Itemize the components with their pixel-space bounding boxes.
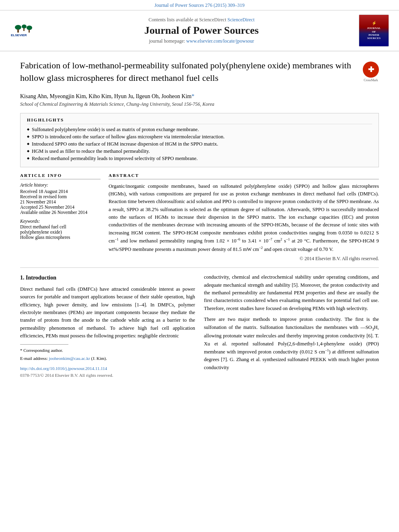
svg-point-1 [15, 25, 21, 30]
sciencedirect-link[interactable]: ScienceDirect [227, 17, 254, 23]
journal-header-center: Contents lists available at ScienceDirec… [48, 17, 355, 44]
svg-point-3 [22, 25, 27, 29]
elsevier-tree-icon: ELSEVIER [10, 24, 42, 37]
highlight-item: HGM is used as filler to reduce the meth… [27, 148, 372, 154]
history-label: Article history: [20, 183, 101, 187]
svg-rect-4 [23, 28, 25, 31]
right-column: conductivity, chemical and electrochemic… [204, 273, 379, 379]
article-info-title: ARTICLE INFO [20, 173, 101, 179]
highlights-section: HIGHLIGHTS Sulfonated poly(phenylene oxi… [20, 113, 379, 167]
keywords-label: Keywords: [20, 219, 101, 224]
homepage-url[interactable]: www.elsevier.com/locate/jpowsour [186, 38, 254, 44]
journal-reference: Journal of Power Sources 276 (2015) 309–… [0, 0, 399, 10]
article-history: Article history: Received 18 August 2014… [20, 183, 101, 215]
journal-homepage: journal homepage: www.elsevier.com/locat… [48, 38, 355, 44]
body-section: 1. Introduction Direct methanol fuel cel… [20, 273, 379, 379]
corresponding-star: * [191, 93, 194, 99]
highlight-item: SPPO is introduced onto the surface of h… [27, 134, 372, 140]
sciencedirect-text: Contents lists available at ScienceDirec… [148, 17, 226, 23]
email-label: E-mail address: [20, 356, 48, 361]
info-abstract-section: ARTICLE INFO Article history: Received 1… [20, 173, 379, 262]
section-divider [20, 267, 379, 268]
section-title: Introduction [26, 275, 56, 281]
doi-text: http://dx.doi.org/10.1016/j.jpowsour.201… [20, 366, 107, 371]
highlights-title: HIGHLIGHTS [27, 117, 372, 124]
intro-paragraph-3: There are two major methods to improve p… [204, 316, 379, 372]
received-revised-label: Received in revised form [20, 194, 101, 199]
abstract-section: ABSTRACT Organic/inorganic composite mem… [109, 173, 379, 262]
email-name: (J. Kim). [91, 356, 107, 361]
keyword-3: Hollow glass microspheres [20, 235, 101, 240]
keyword-1: Direct methanol fuel cell [20, 224, 101, 229]
footnote-divider [20, 344, 68, 345]
main-content: Fabrication of low-methanol-permeability… [0, 51, 399, 387]
article-title: Fabrication of low-methanol-permeability… [20, 60, 359, 84]
journal-ref-text: Journal of Power Sources 276 (2015) 309–… [154, 2, 245, 8]
svg-rect-2 [17, 29, 19, 33]
author-names: Kisang Ahn, Myeongjin Kim, Kiho Kim, Hyu… [20, 93, 191, 99]
section-number: 1. [20, 275, 25, 281]
article-info: ARTICLE INFO Article history: Received 1… [20, 173, 101, 262]
highlight-item: Sulfonated poly(phenylene oxide) is used… [27, 127, 372, 133]
journal-header: ELSEVIER Contents lists available at Sci… [0, 10, 399, 51]
intro-paragraph-2: conductivity, chemical and electrochemic… [204, 273, 379, 312]
issn-text: 0378-7753/© 2014 Elsevier B.V. All right… [20, 373, 113, 378]
journal-logo-text: ⚡ JOURNALOFPOWERSOURCES [367, 21, 381, 40]
authors-line: Kisang Ahn, Myeongjin Kim, Kiho Kim, Hyu… [20, 93, 379, 100]
svg-rect-6 [29, 30, 30, 33]
elsevier-logo: ELSEVIER [8, 24, 44, 37]
crossmark-icon: ✚ [363, 62, 379, 78]
left-column: 1. Introduction Direct methanol fuel cel… [20, 273, 195, 379]
available-online-date: Available online 26 November 2014 [20, 210, 101, 215]
affiliation: School of Chemical Engineering & Materia… [20, 101, 379, 107]
svg-text:ELSEVIER: ELSEVIER [11, 33, 27, 37]
crossmark: ✚ CrossMark [363, 62, 379, 82]
copyright-line: © 2014 Elsevier B.V. All rights reserved… [109, 256, 379, 262]
abstract-text: Organic/inorganic composite membranes, b… [109, 183, 379, 254]
corresponding-text: * Corresponding author. [20, 348, 63, 353]
email-footnote: E-mail address: jooheonkim@cau.ac.kr (J.… [20, 355, 195, 362]
journal-logo-box: ⚡ JOURNALOFPOWERSOURCES [359, 14, 389, 47]
journal-logo: ⚡ JOURNALOFPOWERSOURCES [359, 14, 391, 47]
received-date: Received 18 August 2014 [20, 189, 101, 194]
highlight-item: Reduced methanol permeability leads to i… [27, 156, 372, 162]
highlight-item: Introduced SPPO onto the surface of HGM … [27, 141, 372, 147]
intro-paragraph-1: Direct methanol fuel cells (DMFCs) have … [20, 286, 195, 340]
accepted-date: Accepted 25 November 2014 [20, 205, 101, 210]
keyword-2: poly(phenylene oxide) [20, 230, 101, 234]
email-link[interactable]: jooheonkim@cau.ac.kr [49, 356, 90, 361]
corresponding-footnote: * Corresponding author. [20, 347, 195, 354]
sciencedirect-line: Contents lists available at ScienceDirec… [48, 17, 355, 23]
svg-point-5 [27, 26, 32, 30]
revised-date: 21 November 2014 [20, 199, 101, 204]
keywords-block: Keywords: Direct methanol fuel cell poly… [20, 219, 101, 240]
abstract-title: ABSTRACT [109, 173, 379, 179]
doi-line[interactable]: http://dx.doi.org/10.1016/j.jpowsour.201… [20, 365, 195, 372]
homepage-label: journal homepage: [149, 38, 185, 44]
intro-heading: 1. Introduction [20, 273, 195, 282]
issn-line: 0378-7753/© 2014 Elsevier B.V. All right… [20, 372, 195, 379]
journal-name: Journal of Power Sources [48, 25, 355, 37]
